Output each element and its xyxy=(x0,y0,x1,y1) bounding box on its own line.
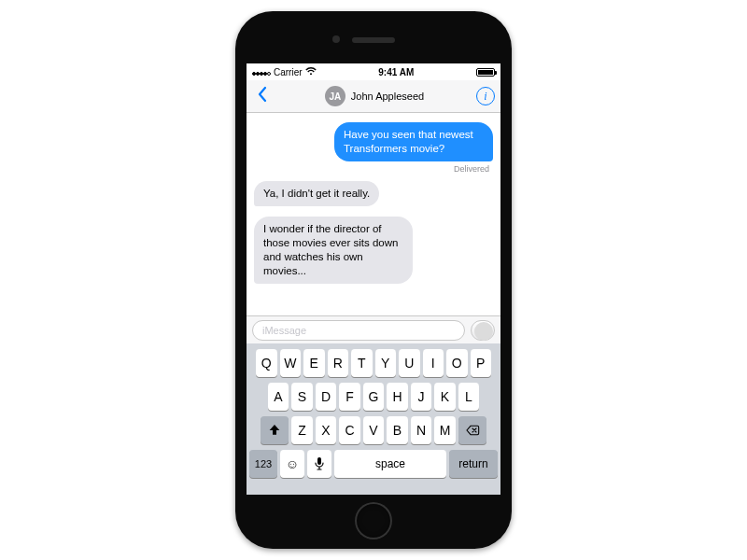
keyboard-row-1: Q W E R T Y U I O P xyxy=(249,349,498,377)
key-b[interactable]: B xyxy=(387,416,408,444)
home-button[interactable] xyxy=(355,502,392,539)
back-button[interactable] xyxy=(252,84,273,108)
key-o[interactable]: O xyxy=(446,349,468,377)
screen: Carrier 9:41 AM JA John Appleseed i Hav xyxy=(247,63,500,495)
key-g[interactable]: G xyxy=(363,383,385,411)
key-m[interactable]: M xyxy=(434,416,456,444)
key-n[interactable]: N xyxy=(411,416,432,444)
message-placeholder: iMessage xyxy=(262,325,306,336)
bubble-sent[interactable]: Have you seen that newest Transformers m… xyxy=(334,122,493,161)
dictation-key[interactable] xyxy=(307,450,331,478)
emoji-key[interactable]: ☺ xyxy=(280,450,304,478)
emoji-icon: ☺ xyxy=(286,456,299,471)
wifi-icon xyxy=(305,67,317,77)
shift-icon xyxy=(267,423,282,438)
compose-bar: iMessage xyxy=(247,315,500,343)
key-u[interactable]: U xyxy=(399,349,420,377)
keyboard-row-2: A S D F G H J K L xyxy=(249,383,498,411)
message-sent: Have you seen that newest Transformers m… xyxy=(254,122,493,161)
key-x[interactable]: X xyxy=(316,416,337,444)
key-f[interactable]: F xyxy=(339,383,360,411)
phone-speaker xyxy=(352,37,395,43)
key-s[interactable]: S xyxy=(291,383,313,411)
chevron-left-icon xyxy=(256,86,269,103)
key-y[interactable]: Y xyxy=(375,349,397,377)
key-j[interactable]: J xyxy=(411,383,432,411)
signal-dots-icon xyxy=(252,67,271,77)
clock-label: 9:41 AM xyxy=(378,67,414,77)
key-z[interactable]: Z xyxy=(291,416,313,444)
keyboard: Q W E R T Y U I O P A S D F G H J K L xyxy=(247,343,500,495)
keyboard-row-bottom: 123 ☺ space return xyxy=(249,450,498,478)
key-p[interactable]: P xyxy=(471,349,492,377)
message-input[interactable]: iMessage xyxy=(252,320,465,341)
backspace-key[interactable] xyxy=(458,416,486,444)
bubble-received[interactable]: Ya, I didn't get it really. xyxy=(254,181,379,206)
key-h[interactable]: H xyxy=(387,383,408,411)
key-v[interactable]: V xyxy=(363,416,385,444)
contact-title[interactable]: JA John Appleseed xyxy=(273,86,476,106)
numbers-key[interactable]: 123 xyxy=(249,450,277,478)
delivered-status: Delivered xyxy=(254,164,493,174)
conversation-header: JA John Appleseed i xyxy=(247,80,500,113)
key-r[interactable]: R xyxy=(328,349,349,377)
message-received: I wonder if the director of those movies… xyxy=(254,217,493,284)
keyboard-row-3: Z X C V B N M xyxy=(249,416,498,444)
bubble-received[interactable]: I wonder if the director of those movies… xyxy=(254,217,413,284)
key-t[interactable]: T xyxy=(351,349,373,377)
message-thread[interactable]: Have you seen that newest Transformers m… xyxy=(247,113,500,321)
contact-name-label: John Appleseed xyxy=(351,91,424,102)
key-q[interactable]: Q xyxy=(256,349,277,377)
svg-rect-0 xyxy=(317,457,321,465)
microphone-icon xyxy=(314,456,325,471)
key-w[interactable]: W xyxy=(280,349,302,377)
backspace-icon xyxy=(465,423,480,438)
carrier-label: Carrier xyxy=(274,67,303,77)
key-d[interactable]: D xyxy=(316,383,337,411)
avatar: JA xyxy=(325,86,345,106)
key-k[interactable]: K xyxy=(434,383,456,411)
key-c[interactable]: C xyxy=(339,416,360,444)
shift-key[interactable] xyxy=(261,416,289,444)
key-l[interactable]: L xyxy=(458,383,480,411)
key-a[interactable]: A xyxy=(268,383,289,411)
status-bar: Carrier 9:41 AM xyxy=(247,63,500,80)
battery-icon xyxy=(476,68,495,77)
key-e[interactable]: E xyxy=(303,349,325,377)
phone-camera xyxy=(332,35,340,43)
send-toggle[interactable] xyxy=(471,320,495,341)
space-key[interactable]: space xyxy=(334,450,446,478)
return-key[interactable]: return xyxy=(449,450,498,478)
key-i[interactable]: I xyxy=(423,349,444,377)
message-received: Ya, I didn't get it really. xyxy=(254,181,493,206)
iphone-frame: Carrier 9:41 AM JA John Appleseed i Hav xyxy=(235,11,512,549)
details-button[interactable]: i xyxy=(476,87,495,105)
